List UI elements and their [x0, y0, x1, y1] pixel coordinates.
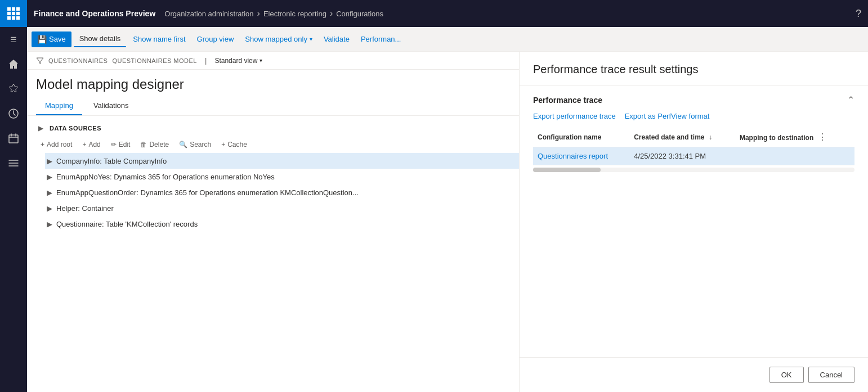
- performance-button[interactable]: Performan...: [356, 31, 406, 47]
- menu-icon: [8, 157, 19, 169]
- show-details-button[interactable]: Show details: [74, 31, 127, 47]
- page-header: Model mapping designer: [27, 70, 519, 92]
- tree-item-text-0: CompanyInfo: Table CompanyInfo: [56, 157, 167, 165]
- breadcrumb-model: QUESTIONNAIRES MODEL: [112, 57, 197, 64]
- cancel-button[interactable]: Cancel: [808, 367, 854, 383]
- col-configuration-name[interactable]: Configuration name: [533, 127, 629, 147]
- left-panel: QUESTIONNAIRES QUESTIONNAIRES MODEL | St…: [27, 52, 519, 392]
- svg-rect-1: [9, 135, 18, 143]
- add-button[interactable]: + Add: [78, 138, 105, 151]
- top-nav-right: ?: [856, 8, 861, 20]
- section-header: Performance trace ⌃: [533, 94, 854, 105]
- datasources-area: ▶ DATA SOURCES + Add root + Add ✏ Edit: [27, 116, 519, 392]
- show-name-first-button[interactable]: Show name first: [128, 31, 190, 47]
- datasources-title: DATA SOURCES: [50, 125, 101, 132]
- export-perfview-format-button[interactable]: Export as PerfView format: [625, 112, 710, 120]
- table-row-0[interactable]: Questionnaires report 4/25/2022 3:31:41 …: [533, 147, 854, 165]
- breadcrumb-electronic-reporting[interactable]: Electronic reporting: [263, 10, 326, 18]
- delete-button[interactable]: 🗑 Delete: [136, 138, 173, 151]
- top-nav-breadcrumb: Organization administration › Electronic…: [164, 8, 383, 19]
- delete-icon: 🗑: [140, 141, 147, 148]
- search-button[interactable]: 🔍 Search: [175, 138, 216, 151]
- horizontal-scrollbar-track[interactable]: [533, 168, 854, 172]
- horizontal-scrollbar-thumb[interactable]: [533, 168, 601, 172]
- main-area: Finance and Operations Preview Organizat…: [27, 0, 868, 392]
- star-icon: [8, 83, 19, 94]
- right-panel-title: Performance trace result settings: [533, 63, 854, 76]
- performance-table: Configuration name Created date and time…: [533, 127, 854, 165]
- datasources-header: ▶ DATA SOURCES: [27, 120, 519, 136]
- col-created-date[interactable]: Created date and time ↓: [629, 127, 735, 147]
- breadcrumb-sep-1: ›: [257, 8, 260, 19]
- tab-validations[interactable]: Validations: [84, 97, 138, 115]
- chevron-up-icon: ⌃: [847, 94, 854, 105]
- help-icon[interactable]: ?: [856, 8, 861, 20]
- chevron-down-icon: ▾: [310, 36, 312, 42]
- tree-item-text-2: EnumAppQuestionOrder: Dynamics 365 for O…: [56, 188, 359, 197]
- right-panel: Performance trace result settings Perfor…: [519, 52, 868, 392]
- ok-button[interactable]: OK: [769, 367, 804, 383]
- tabs-row: Mapping Validations: [27, 97, 519, 116]
- sidebar-item-recent[interactable]: [0, 101, 27, 126]
- expand-arrow-0: ▶: [45, 156, 54, 165]
- tree-item-text-1: EnumAppNoYes: Dynamics 365 for Operation…: [56, 173, 275, 181]
- col-mapping-destination[interactable]: Mapping to destination ⋮: [735, 127, 854, 147]
- chevron-down-icon-view: ▾: [259, 57, 262, 64]
- add-root-icon: +: [41, 141, 44, 148]
- sidebar-item-favorites[interactable]: [0, 76, 27, 101]
- section-title: Performance trace: [533, 96, 602, 105]
- datasources-expand-button[interactable]: ▶: [36, 124, 45, 133]
- page-title: Model mapping designer: [36, 76, 510, 92]
- sidebar-item-hamburger[interactable]: ☰: [0, 27, 27, 52]
- sidebar-item-menu[interactable]: [0, 151, 27, 175]
- content-wrapper: QUESTIONNAIRES QUESTIONNAIRES MODEL | St…: [27, 52, 868, 392]
- sidebar-item-home[interactable]: [0, 52, 27, 76]
- add-root-button[interactable]: + Add root: [36, 138, 77, 151]
- sidebar-item-workspace[interactable]: [0, 126, 27, 151]
- tree-item-1[interactable]: ▶ EnumAppNoYes: Dynamics 365 for Operati…: [45, 169, 519, 184]
- export-performance-trace-button[interactable]: Export performance trace: [533, 112, 616, 120]
- tree-item-4[interactable]: ▶ Questionnaire: Table 'KMCollection' re…: [45, 216, 519, 232]
- more-options-button[interactable]: ⋮: [816, 132, 829, 142]
- perf-trace-links: Export performance trace Export as PerfV…: [533, 112, 854, 120]
- clock-icon: [8, 108, 19, 119]
- breadcrumb-pipe: |: [205, 56, 207, 65]
- tree-item-0[interactable]: ▶ CompanyInfo: Table CompanyInfo: [45, 153, 519, 169]
- group-view-button[interactable]: Group view: [193, 31, 239, 47]
- expand-arrow-2: ▶: [45, 188, 54, 197]
- apps-button[interactable]: [0, 0, 27, 27]
- filter-button[interactable]: [36, 57, 44, 65]
- breadcrumb-sep-2: ›: [330, 8, 333, 19]
- right-panel-body: Performance trace ⌃ Export performance t…: [520, 85, 868, 357]
- app-brand: Finance and Operations Preview: [34, 9, 155, 18]
- cache-button[interactable]: + Cache: [217, 138, 252, 151]
- view-selector[interactable]: Standard view ▾: [214, 57, 262, 65]
- validate-button[interactable]: Validate: [319, 31, 354, 47]
- breadcrumb-configurations[interactable]: Configurations: [336, 10, 383, 18]
- breadcrumb-org-admin[interactable]: Organization administration: [164, 10, 253, 18]
- table-scroll-area[interactable]: Configuration name Created date and time…: [533, 127, 854, 348]
- cell-created-date-0: 4/25/2022 3:31:41 PM: [629, 147, 735, 165]
- expand-arrow-1: ▶: [45, 172, 54, 181]
- tree-items: ▶ CompanyInfo: Table CompanyInfo ▶ EnumA…: [27, 153, 519, 232]
- tree-item-3[interactable]: ▶ Helper: Container: [45, 200, 519, 216]
- datasources-toolbar: + Add root + Add ✏ Edit 🗑 Delete: [27, 136, 519, 153]
- toolbar: 💾 Save Show details Show name first Grou…: [27, 27, 868, 52]
- cache-icon: +: [221, 141, 225, 148]
- sort-arrow-icon: ↓: [709, 133, 712, 141]
- expand-arrow-3: ▶: [45, 204, 54, 213]
- tree-item-2[interactable]: ▶ EnumAppQuestionOrder: Dynamics 365 for…: [45, 184, 519, 200]
- tab-mapping[interactable]: Mapping: [36, 97, 82, 115]
- sidebar: ☰: [0, 0, 27, 392]
- edit-button[interactable]: ✏ Edit: [106, 138, 135, 151]
- right-panel-footer: OK Cancel: [520, 357, 868, 392]
- collapse-section-button[interactable]: ⌃: [847, 94, 854, 105]
- show-mapped-only-button[interactable]: Show mapped only ▾: [240, 31, 317, 47]
- search-icon: 🔍: [179, 141, 187, 148]
- top-nav: Finance and Operations Preview Organizat…: [27, 0, 868, 27]
- cell-config-name-0[interactable]: Questionnaires report: [533, 147, 629, 165]
- breadcrumb-row: QUESTIONNAIRES QUESTIONNAIRES MODEL | St…: [27, 52, 519, 70]
- cell-mapping-0: [735, 147, 854, 165]
- tree-item-text-3: Helper: Container: [56, 204, 114, 213]
- save-button[interactable]: 💾 Save: [32, 31, 71, 47]
